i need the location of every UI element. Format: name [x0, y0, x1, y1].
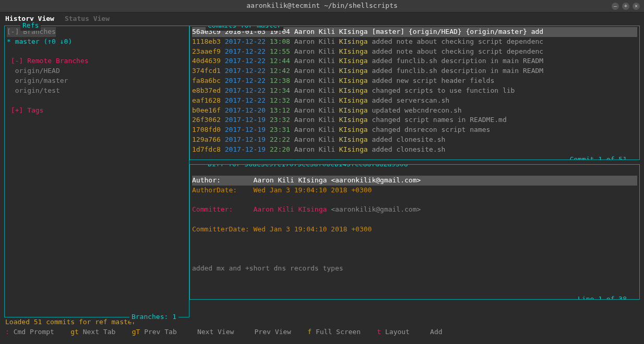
diff-authordate-line: AuthorDate: Wed Jan 3 19:04:10 2018 +030…: [192, 186, 637, 195]
commit-row[interactable]: 129a766 2017-12-19 22:22 Aaron Kili KIsi…: [192, 135, 637, 145]
terminal-area: History View Status View Refs [-] Branch…: [0, 13, 644, 337]
commit-row[interactable]: 23aaef9 2017-12-22 12:55 Aaron Kili KIsi…: [192, 47, 637, 57]
commit-row[interactable]: 374fcd1 2017-12-22 12:42 Aaron Kili KIsi…: [192, 66, 637, 76]
diff-author-line: Author: Aaron Kili KIsinga <aaronkilik@g…: [192, 176, 637, 186]
minimize-icon[interactable]: –: [612, 3, 619, 10]
diff-committer-line: Committer: Aaron Kili KIsinga <aaronkili…: [192, 205, 637, 215]
commit-row[interactable]: fa8a6bc 2017-12-22 12:38 Aaron Kili KIsi…: [192, 76, 637, 86]
window-title: aaronkilik@tecmint ~/bin/shellscripts: [246, 1, 398, 11]
commits-panel-title: Commits for master: [206, 26, 283, 31]
commit-row[interactable]: e8b37ed 2017-12-22 12:34 Aaron Kili KIsi…: [192, 86, 637, 96]
commit-row[interactable]: b0ee16f 2017-12-20 13:12 Aaron Kili KIsi…: [192, 106, 637, 116]
diff-panel[interactable]: Diff for 56ae3c97c17075ec3af06cb143fcc88…: [189, 164, 640, 300]
window-titlebar: aaronkilik@tecmint ~/bin/shellscripts – …: [0, 0, 644, 13]
diff-panel-footer: Line 1 of 38: [576, 294, 629, 300]
remote-origin-head[interactable]: origin/HEAD: [15, 67, 60, 75]
commits-panel[interactable]: Commits for master 56ae3c9 2018-01-03 19…: [189, 26, 640, 160]
commit-row[interactable]: 1708fd0 2017-12-19 23:31 Aaron Kili KIsi…: [192, 125, 637, 135]
tab-bar: History View Status View: [0, 13, 644, 26]
tags-toggle[interactable]: [+] Tags: [11, 106, 44, 114]
footer-keybindings: : Cmd Prompt gt Next Tab gT Prev Tab Nex…: [0, 327, 644, 337]
tab-status-view[interactable]: Status View: [65, 14, 110, 24]
branch-master[interactable]: * master (↑0 ↓0): [7, 37, 187, 47]
close-icon[interactable]: ×: [633, 3, 640, 10]
diff-committerdate-line: CommitterDate: Wed Jan 3 19:04:10 2018 +…: [192, 225, 637, 235]
commit-row[interactable]: 40d4639 2017-12-22 12:44 Aaron Kili KIsi…: [192, 56, 637, 66]
remote-origin-test[interactable]: origin/test: [15, 87, 60, 94]
remote-origin-master[interactable]: origin/master: [15, 77, 68, 84]
diff-commit-message: added mx and +short dns records types: [192, 264, 637, 274]
refs-panel-title: Refs: [20, 21, 41, 31]
remote-branches-toggle[interactable]: [-] Remote Branches: [11, 57, 89, 65]
diff-panel-title: Diff for 56ae3c97c17075ec3af06cb143fcc88…: [206, 164, 410, 169]
maximize-icon[interactable]: +: [622, 3, 629, 10]
commit-row[interactable]: 1118eb3 2017-12-22 13:08 Aaron Kili KIsi…: [192, 37, 637, 47]
status-line: Loaded 51 commits for ref master: [0, 317, 644, 327]
commits-panel-footer: Commit 1 of 51: [567, 155, 629, 160]
commit-row[interactable]: 26f3062 2017-12-19 23:32 Aaron Kili KIsi…: [192, 115, 637, 125]
refs-panel-footer: Branches: 1: [129, 312, 178, 322]
refs-panel[interactable]: Refs [-] Branches * master (↑0 ↓0) [-] R…: [4, 26, 189, 317]
commit-row[interactable]: 1d7fdc8 2017-12-19 22:20 Aaron Kili KIsi…: [192, 145, 637, 155]
commit-row[interactable]: eaf1628 2017-12-22 12:32 Aaron Kili KIsi…: [192, 96, 637, 106]
